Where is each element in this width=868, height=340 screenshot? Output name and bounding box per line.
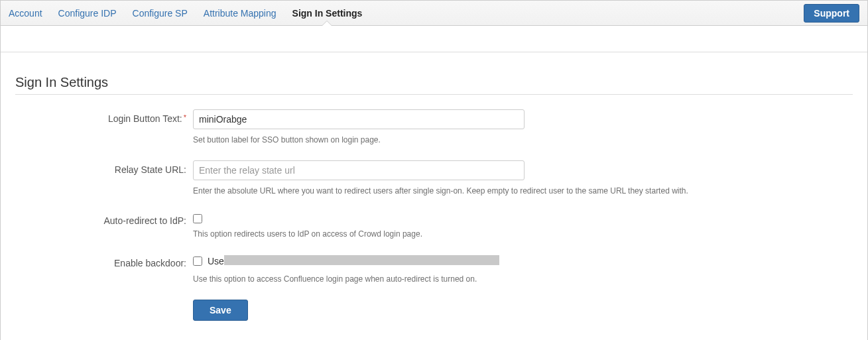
help-enable-backdoor: Use this option to access Confluence log… (193, 274, 853, 285)
relay-state-input[interactable] (193, 160, 525, 180)
content-wrap: Sign In Settings Login Button Text:* Set… (1, 26, 867, 340)
tab-configure-idp[interactable]: Configure IDP (50, 1, 125, 25)
auto-redirect-checkbox[interactable] (193, 214, 202, 223)
label-login-button-text: Login Button Text:* (15, 109, 186, 124)
redacted-backdoor-url (224, 255, 499, 265)
help-login-button-text: Set button label for SSO button shown on… (193, 135, 853, 146)
app-frame: Account Configure IDP Configure SP Attri… (0, 0, 868, 340)
spacer (1, 26, 867, 52)
page-title: Sign In Settings (15, 75, 853, 95)
save-button[interactable]: Save (193, 300, 248, 321)
content: Sign In Settings Login Button Text:* Set… (1, 52, 867, 340)
label-text: Login Button Text: (108, 113, 182, 124)
enable-backdoor-checkbox[interactable] (193, 256, 202, 266)
label-auto-redirect: Auto-redirect to IdP: (15, 211, 186, 226)
label-enable-backdoor: Enable backdoor: (15, 254, 186, 268)
tab-account[interactable]: Account (1, 1, 50, 25)
tab-sign-in-settings[interactable]: Sign In Settings (284, 1, 371, 25)
tabs: Account Configure IDP Configure SP Attri… (1, 1, 370, 25)
tab-bar: Account Configure IDP Configure SP Attri… (1, 1, 867, 26)
help-relay-state: Enter the absolute URL where you want to… (193, 186, 853, 197)
help-auto-redirect: This option redirects users to IdP on ac… (193, 229, 853, 240)
row-login-button-text: Login Button Text:* Set button label for… (15, 109, 853, 146)
row-enable-backdoor: Enable backdoor: Use Use this option to … (15, 254, 853, 285)
support-button[interactable]: Support (804, 4, 859, 23)
label-relay-state: Relay State URL: (15, 160, 186, 175)
row-relay-state: Relay State URL: Enter the absolute URL … (15, 160, 853, 197)
backdoor-inline-text: Use (208, 256, 224, 266)
login-button-text-input[interactable] (193, 109, 525, 129)
row-auto-redirect: Auto-redirect to IdP: This option redire… (15, 211, 853, 240)
tab-configure-sp[interactable]: Configure SP (125, 1, 196, 25)
tab-attribute-mapping[interactable]: Attribute Mapping (196, 1, 284, 25)
